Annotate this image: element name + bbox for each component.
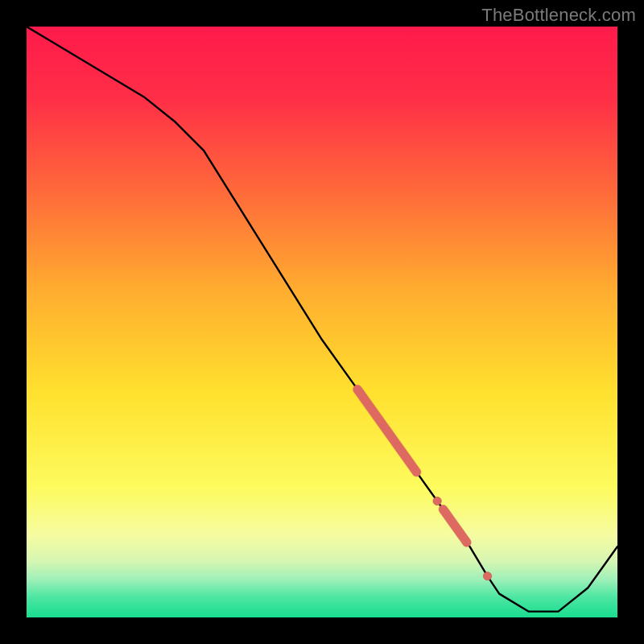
plot-area <box>27 27 617 617</box>
watermark-text: TheBottleneck.com <box>481 5 636 26</box>
curve-marker-pill <box>357 390 416 473</box>
chart-overlay <box>27 27 617 617</box>
chart-frame: TheBottleneck.com <box>0 0 644 644</box>
curve-marker-pill <box>443 510 466 543</box>
bottleneck-curve <box>27 27 617 612</box>
curve-marker-dot <box>483 572 491 580</box>
curve-marker-dot <box>433 497 441 505</box>
